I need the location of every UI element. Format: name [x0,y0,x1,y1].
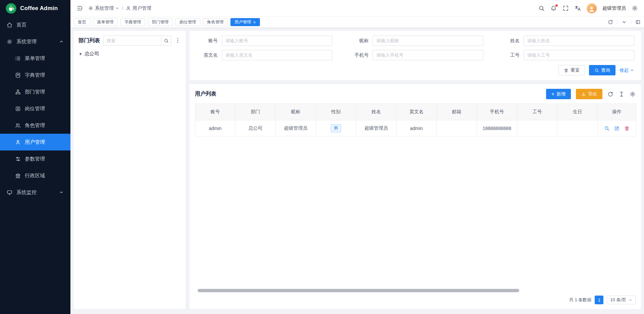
fullscreen-icon[interactable] [562,5,569,11]
dictionary-icon [15,72,21,78]
tab-post-management[interactable]: 岗位管理 [175,18,200,26]
job-number-input[interactable] [524,50,634,60]
cell-nickname: 超级管理员 [276,120,316,136]
page-size-value: 10 条/页 [610,297,626,303]
col-operations: 操作 [598,104,636,120]
tab-menu-management[interactable]: 菜单管理 [93,18,118,26]
current-username[interactable]: 超级管理员 [602,5,626,11]
sidebar-item-label: 角色管理 [25,122,45,129]
export-button[interactable]: 导出 [576,89,602,99]
collapse-link-label: 收起 [620,67,629,73]
refresh-icon[interactable] [607,91,613,97]
collapse-form-link[interactable]: 收起 [620,67,634,73]
sidebar-item-administrative-region[interactable]: 行政区域 [0,167,70,184]
field-job-number: 工号 [498,50,634,60]
breadcrumb: 系统管理 / 用户管理 [88,5,151,11]
collapse-sidebar-icon[interactable] [76,5,83,11]
delete-icon[interactable] [624,126,630,131]
add-button-label: 新增 [556,91,566,97]
tab-bar: 首页 菜单管理 字典管理 部门管理 岗位管理 角色管理 用户管理 × [70,16,644,27]
view-icon[interactable] [604,126,609,131]
cell-job-number [517,120,557,136]
search-icon [164,38,169,43]
table-row[interactable]: admin 总公司 超级管理员 男 超级管理员 admin 1888888888… [195,120,636,136]
breadcrumb-item-system[interactable]: 系统管理 [88,5,119,11]
horizontal-scrollbar[interactable] [195,289,636,292]
english-name-input[interactable] [222,50,332,60]
layout-toggle-icon[interactable] [635,19,641,25]
page-size-select[interactable]: 10 条/页 [607,296,636,304]
sidebar-item-home[interactable]: 首页 [0,16,70,33]
search-button[interactable]: 查询 [589,65,615,75]
add-user-button[interactable]: + 新增 [546,89,571,99]
app-root: Coffee Admin 首页 系统管理 菜单管理 字典管理 [0,0,644,314]
more-options-icon[interactable] [175,38,181,44]
translate-icon[interactable] [575,5,581,11]
field-account: 账号 [196,36,332,46]
sidebar-item-user-management[interactable]: 用户管理 [0,134,70,150]
cell-phone: 18888888888 [477,120,517,136]
cell-birthday [557,120,598,136]
caret-right-icon[interactable] [80,53,82,55]
list-icon [15,56,21,61]
params-icon [15,156,21,162]
department-search-button[interactable] [161,36,171,46]
reset-button-label: 重置 [571,67,580,73]
tab-dictionary-management[interactable]: 字典管理 [120,18,145,26]
tab-label: 部门管理 [152,19,169,25]
user-icon [15,139,21,145]
breadcrumb-label: 用户管理 [132,5,151,11]
sidebar-item-department-management[interactable]: 部门管理 [0,83,70,100]
app-logo[interactable]: Coffee Admin [0,0,70,16]
cell-email [437,120,477,136]
chevron-up-icon [59,39,64,44]
tab-department-management[interactable]: 部门管理 [148,18,173,26]
page-content: 部门列表 总公司 账号 [70,27,644,314]
department-search-input[interactable] [103,36,161,46]
right-column: 账号 昵称 姓名 英文名 [190,31,641,309]
tab-home[interactable]: 首页 [74,18,90,26]
tab-label: 字典管理 [124,19,141,25]
breadcrumb-item-user[interactable]: 用户管理 [126,5,151,11]
reset-button[interactable]: 重置 [558,65,585,75]
settings-gear-icon[interactable] [632,5,638,11]
name-input[interactable] [524,36,634,46]
tab-role-management[interactable]: 角色管理 [203,18,228,26]
sidebar-item-system-management[interactable]: 系统管理 [0,33,70,50]
sidebar-item-parameter-management[interactable]: 参数管理 [0,150,70,167]
avatar[interactable] [587,3,597,13]
header-actions: 超级管理员 [538,3,638,13]
col-phone: 手机号 [477,104,517,120]
sidebar-item-dictionary-management[interactable]: 字典管理 [0,67,70,83]
export-button-label: 导出 [588,91,597,97]
tree-node-head-office[interactable]: 总公司 [78,51,181,57]
gear-icon [7,39,12,45]
tab-user-management[interactable]: 用户管理 × [230,18,260,26]
sidebar-item-role-management[interactable]: 角色管理 [0,117,70,134]
nickname-input[interactable] [373,36,483,46]
sidebar-item-post-management[interactable]: 岗位管理 [0,100,70,117]
scrollbar-thumb[interactable] [198,289,519,292]
phone-input[interactable] [373,50,483,60]
search-icon[interactable] [538,5,545,11]
row-height-icon[interactable] [619,91,625,97]
edit-icon[interactable] [614,126,620,131]
sidebar-item-system-monitor[interactable]: 系统监控 [0,184,70,201]
account-input[interactable] [222,36,332,46]
close-icon[interactable]: × [253,20,256,24]
user-list-actions: + 新增 导出 [546,89,636,99]
page-number-button[interactable]: 1 [595,296,603,304]
user-list-header: 用户列表 + 新增 导出 [195,89,636,99]
search-form-card: 账号 昵称 姓名 英文名 [190,31,641,80]
column-settings-gear-icon[interactable] [630,91,636,97]
sidebar-item-menu-management[interactable]: 菜单管理 [0,50,70,67]
refresh-icon[interactable] [608,19,613,25]
main-area: 系统管理 / 用户管理 超级管理员 [70,0,644,314]
notifications-button[interactable] [550,5,557,11]
cell-gender: 男 [316,120,356,136]
sidebar-menu: 首页 系统管理 菜单管理 字典管理 部门管理 [0,16,70,314]
user-icon [126,6,131,11]
chevron-down-icon[interactable] [622,19,627,25]
department-panel: 部门列表 总公司 [74,31,185,309]
col-account: 账号 [195,104,235,120]
